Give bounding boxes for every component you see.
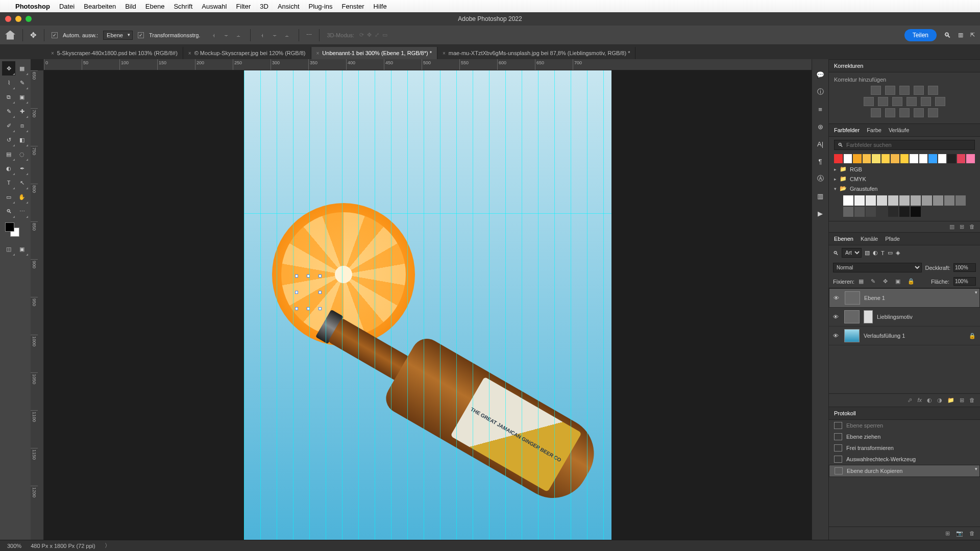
swatch[interactable] [888,195,898,206]
guide-vertical[interactable] [522,70,522,540]
history-panel-header[interactable]: Protokoll [829,407,980,420]
layer-thumb[interactable] [845,291,860,305]
swatch[interactable] [888,207,898,217]
adj-mixer-icon[interactable] [921,97,931,106]
guide-vertical[interactable] [277,70,277,540]
adj-selective-icon[interactable] [928,108,938,117]
dock-glyph-icon[interactable]: Ⓐ [815,173,825,184]
guide-vertical[interactable] [391,70,391,540]
dodge-tool[interactable]: ◐ [2,161,15,176]
tab-skyscraper-psd[interactable]: ×5-Skyscraper-480x1800.psd bei 103% (RGB… [46,47,183,59]
dock-info-icon[interactable]: ⓘ [815,87,825,97]
filter-type-icon[interactable]: T [881,250,885,256]
frame-tool[interactable]: ▣ [15,90,29,104]
layer-row-ebene1[interactable]: 👁Ebene 1 [829,288,980,308]
blur-tool[interactable]: ◌ [15,147,29,161]
visibility-icon[interactable]: 👁 [833,333,840,339]
close-icon[interactable]: × [51,51,54,56]
clone-tool[interactable]: ⧈ [15,118,29,133]
menu-fenster[interactable]: Fenster [342,3,364,10]
edit-toolbar[interactable]: ⋯ [15,204,29,218]
adj-hue-icon[interactable] [864,97,874,106]
adj-brightness-icon[interactable] [871,86,881,95]
menu-plugins[interactable]: Plug-ins [309,3,333,10]
adjustment-layer-icon[interactable]: ◑ [937,397,942,404]
new-swatch-icon[interactable]: ⊞ [960,223,964,230]
swatch[interactable] [891,154,899,163]
tab-farbe[interactable]: Farbe [867,127,881,133]
tab-pfade[interactable]: Pfade [885,236,900,242]
lasso-tool[interactable]: ⌇ [2,76,15,90]
swatch[interactable] [877,207,887,217]
tab-kanaele[interactable]: Kanäle [861,236,878,242]
search-icon[interactable]: 🔍︎ [944,31,951,39]
swatch-folder-rgb[interactable]: ▸📁RGB [829,164,980,174]
eyedropper-tool[interactable]: ✎ [2,104,15,118]
link-layers-icon[interactable]: ⬀ [908,397,912,404]
close-icon[interactable]: × [188,51,191,56]
swatch[interactable] [911,207,921,217]
path-select-tool[interactable]: ↖ [15,176,29,190]
guide-vertical[interactable] [244,70,244,540]
dock-comment-icon[interactable]: 💬 [815,69,825,80]
history-brush-tool[interactable]: ↺ [2,133,15,147]
guide-vertical[interactable] [342,70,342,540]
hand-tool[interactable]: ✋ [15,190,29,204]
snapshot-icon[interactable]: 📷 [956,530,963,537]
zoom-tool[interactable]: 🔍︎ [2,204,15,218]
shape-tool[interactable]: ▭ [2,190,15,204]
swatch[interactable] [863,154,871,163]
guide-vertical[interactable] [424,70,424,540]
swatch[interactable] [899,195,910,206]
status-more-icon[interactable]: 〉 [105,542,110,549]
guide-vertical[interactable] [456,70,457,540]
swatches-panel-header[interactable]: Farbfelder Farbe Verläufe [829,123,980,137]
swatch[interactable] [843,207,853,217]
adj-vibrance-icon[interactable] [928,86,938,95]
menu-hilfe[interactable]: Hilfe [374,3,387,10]
tab-unbenannt-1[interactable]: ×Unbenannt-1 bei 300% (Ebene 1, RGB/8*) … [311,47,437,59]
layer-name[interactable]: Lieblingsmotiv [877,314,913,320]
filter-adjust-icon[interactable]: ◐ [873,249,878,256]
adj-gradient-icon[interactable] [914,108,924,117]
history-item[interactable]: Auswahlrechteck-Werkzeug [829,454,980,465]
history-item[interactable]: Ebene sperren [829,420,980,431]
adj-curves-icon[interactable] [899,86,910,95]
tab-korrekturen[interactable]: Korrekturen [834,63,863,69]
lock-pixels-icon[interactable]: ✎ [871,278,879,285]
tab-mockup-jpg[interactable]: ×© Mockup-Skyscraper.jpg bei 120% (RGB/8… [183,47,311,59]
tab-ebenen[interactable]: Ebenen [834,236,853,242]
group-icon[interactable]: 📁 [947,397,954,404]
history-item[interactable]: Ebene durch Kopieren [829,465,980,477]
opacity-input[interactable] [953,263,976,272]
quickmask-tool[interactable]: ◫ [2,242,15,256]
swatch-folder-cmyk[interactable]: ▸📁CMYK [829,174,980,184]
lock-all-icon[interactable]: 🔒 [908,278,916,285]
swatch[interactable] [872,154,880,163]
guide-vertical[interactable] [571,70,571,540]
export-icon[interactable]: ⇱ [970,32,975,38]
mask-thumb[interactable] [864,310,873,323]
align-left-icon[interactable]: ⫞ [209,31,218,40]
gradient-tool[interactable]: ▤ [2,147,15,161]
new-group-icon[interactable]: ▥ [949,223,954,230]
adj-bw-icon[interactable] [892,97,902,106]
transform-handles[interactable] [295,274,322,310]
quick-select-tool[interactable]: ✎ [15,76,29,90]
menu-datei[interactable]: Datei [59,3,75,10]
swatch[interactable] [933,195,943,206]
dock-adjust-icon[interactable]: ⊛ [815,121,825,132]
layer-kind-select[interactable]: Art [842,248,862,258]
dock-para-icon[interactable]: ¶ [815,156,825,166]
filter-pixel-icon[interactable]: ▧ [865,249,870,256]
menu-schrift[interactable]: Schrift [174,3,192,10]
history-item[interactable]: Frei transformieren [829,442,980,454]
home-icon[interactable] [5,31,15,40]
swatch-search[interactable]: 🔍︎ [834,140,975,150]
swatch[interactable] [922,195,932,206]
lock-icon[interactable]: 🔒 [969,333,976,339]
align-bottom-icon[interactable]: ⫠ [282,31,291,40]
screenmode-tool[interactable]: ▣ [15,242,29,256]
guide-vertical[interactable] [260,70,261,540]
guide-vertical[interactable] [587,70,587,540]
